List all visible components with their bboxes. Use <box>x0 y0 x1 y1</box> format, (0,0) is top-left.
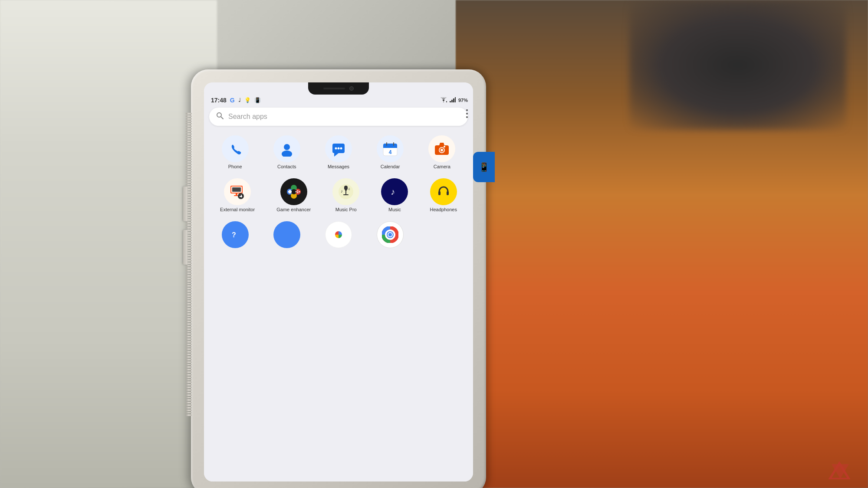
music-pro-icon: ♪ ♫ <box>332 178 359 205</box>
svg-point-7 <box>228 141 243 156</box>
svg-rect-57 <box>447 191 449 195</box>
headphones-icon <box>430 178 457 205</box>
volume-up-button[interactable] <box>183 187 187 221</box>
photos-icon <box>325 221 352 248</box>
svg-point-14 <box>340 147 342 150</box>
game-enhancer-label: Game enhancer <box>276 207 311 213</box>
dot2 <box>466 113 468 115</box>
app-empty <box>427 219 456 251</box>
svg-rect-4 <box>455 97 456 102</box>
external-monitor-label: External monitor <box>220 207 255 213</box>
speaker <box>323 88 345 89</box>
svg-point-42 <box>297 190 298 192</box>
messages-app-icon <box>325 135 352 162</box>
svg-text:♪: ♪ <box>391 187 395 197</box>
camera-app-label: Camera <box>434 164 450 170</box>
phone-app-label: Phone <box>228 164 242 170</box>
edge-app-icon: 📱 <box>473 152 495 182</box>
search-bar[interactable]: Search apps <box>209 108 468 126</box>
svg-rect-30 <box>232 187 241 192</box>
battery-level: 97% <box>458 98 468 103</box>
app-row-2: External monitor <box>209 176 468 215</box>
music-label: Music <box>388 207 401 213</box>
svg-point-12 <box>335 147 337 150</box>
watermark <box>825 460 855 479</box>
contacts-app-label: Contacts <box>277 164 296 170</box>
svg-point-9 <box>282 151 292 157</box>
svg-text:?: ? <box>232 231 236 239</box>
svg-rect-0 <box>446 101 447 102</box>
app-partial-1[interactable]: ? <box>221 219 250 251</box>
phone-device: 17:48 G ♩ 💡 📳 <box>191 69 486 488</box>
app-partial-2[interactable] <box>273 219 301 251</box>
partial-app-2-icon <box>273 221 300 248</box>
app-calendar[interactable]: 4 Calendar <box>376 133 404 172</box>
status-time: 17:48 <box>211 97 227 104</box>
music-icon: ♩ <box>238 97 241 103</box>
app-contacts[interactable]: Contacts <box>273 133 301 172</box>
overflow-menu-button[interactable] <box>464 108 470 120</box>
camera-app-icon <box>428 135 455 162</box>
svg-point-44 <box>297 192 298 193</box>
svg-rect-50 <box>343 194 349 195</box>
phone-screen: 17:48 G ♩ 💡 📳 <box>204 82 473 481</box>
app-camera[interactable]: Camera <box>427 133 456 172</box>
contacts-app-icon <box>273 135 300 162</box>
phone-app-icon <box>222 135 249 162</box>
music-icon: ♪ <box>381 178 408 205</box>
svg-point-13 <box>337 147 339 150</box>
svg-rect-3 <box>453 98 454 102</box>
phone-ridges <box>186 113 192 416</box>
calendar-app-icon: 4 <box>377 135 404 162</box>
search-icon <box>216 112 224 121</box>
app-row-1: Phone Contacts <box>209 133 468 172</box>
svg-point-8 <box>284 144 290 150</box>
phone-frame: 17:48 G ♩ 💡 📳 <box>191 69 486 488</box>
chrome-icon <box>377 221 404 248</box>
svg-text:4: 4 <box>389 149 392 155</box>
svg-line-6 <box>221 117 223 119</box>
search-placeholder[interactable]: Search apps <box>228 113 461 121</box>
device-icon: 📳 <box>254 97 261 103</box>
svg-rect-41 <box>289 190 291 193</box>
app-chrome[interactable] <box>376 219 404 251</box>
svg-point-24 <box>441 149 443 151</box>
signal-icon <box>450 97 456 104</box>
music-pro-label: Music Pro <box>335 207 357 213</box>
svg-rect-1 <box>450 101 451 102</box>
external-monitor-icon <box>224 178 251 205</box>
dot3 <box>466 116 468 118</box>
svg-rect-48 <box>344 186 348 190</box>
svg-rect-56 <box>438 191 441 195</box>
background-top-right <box>629 0 846 130</box>
svg-point-60 <box>279 227 294 242</box>
front-camera <box>349 86 354 91</box>
app-phone[interactable]: Phone <box>221 133 250 172</box>
app-headphones[interactable]: Headphones <box>429 176 458 215</box>
headphones-label: Headphones <box>430 207 457 213</box>
svg-marker-11 <box>334 153 339 157</box>
svg-point-43 <box>295 191 296 193</box>
partial-app-1-icon: ? <box>222 221 249 248</box>
app-photos[interactable] <box>324 219 353 251</box>
notification-icon: 💡 <box>244 97 251 103</box>
svg-text:♪: ♪ <box>341 189 343 193</box>
app-external-monitor[interactable]: External monitor <box>219 176 256 215</box>
wifi-icon <box>440 97 447 104</box>
game-enhancer-icon <box>280 178 307 205</box>
app-music-pro[interactable]: ♪ ♫ Music Pro <box>332 176 360 215</box>
app-game-enhancer[interactable]: Game enhancer <box>276 176 312 215</box>
svg-point-66 <box>388 233 392 236</box>
app-drawer: Search apps <box>204 104 473 258</box>
app-messages[interactable]: Messages <box>324 133 353 172</box>
volume-down-button[interactable] <box>183 230 187 265</box>
app-music[interactable]: ♪ Music <box>380 176 409 215</box>
svg-point-45 <box>299 191 300 193</box>
svg-rect-2 <box>451 100 453 102</box>
svg-point-25 <box>444 146 445 147</box>
status-left: 17:48 G ♩ 💡 📳 <box>211 97 261 104</box>
google-indicator: G <box>230 97 235 104</box>
svg-rect-28 <box>236 193 237 195</box>
svg-rect-49 <box>345 191 346 194</box>
calendar-app-label: Calendar <box>381 164 400 170</box>
